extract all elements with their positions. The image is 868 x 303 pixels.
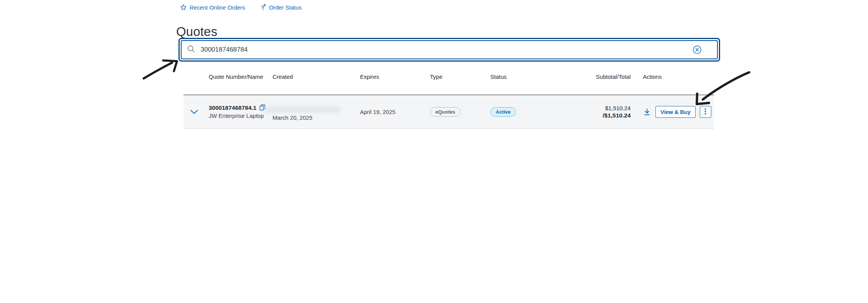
kebab-menu-icon — [704, 108, 706, 116]
total-value: /$1,510.24 — [562, 112, 631, 119]
quotes-table-header: Quote Number/Name Created Expires Type S… — [183, 71, 714, 94]
actions-cell: View & Buy — [631, 106, 714, 118]
top-nav: Recent Online Orders Order Status — [180, 4, 302, 11]
circle-x-icon — [693, 50, 702, 55]
created-date: March 20, 2025 — [273, 114, 360, 121]
quote-name: JW Enterprise Laptop — [209, 112, 273, 120]
col-subtotal-total: Subtotal/Total — [562, 73, 631, 81]
subtotal-cell: $1,510.24 /$1,510.24 — [562, 104, 631, 119]
star-icon — [180, 4, 187, 11]
col-status: Status — [490, 73, 562, 81]
clear-search-button[interactable] — [693, 45, 702, 54]
nav-recent-online-orders[interactable]: Recent Online Orders — [180, 4, 245, 11]
quote-search-field — [181, 40, 718, 59]
row-actions-menu-button[interactable] — [700, 106, 711, 118]
nav-order-status-label: Order Status — [269, 4, 302, 11]
hand-drawn-arrow-to-search — [144, 60, 177, 78]
col-type: Type — [430, 73, 490, 81]
status-cell: Active — [490, 107, 562, 117]
view-and-buy-button[interactable]: View & Buy — [655, 106, 696, 118]
quote-row: 3000187468784.1 JW Enterprise Laptop Ma — [183, 94, 714, 129]
nav-order-status[interactable]: Order Status — [260, 4, 302, 11]
col-created: Created — [273, 73, 360, 81]
quotes-table: Quote Number/Name Created Expires Type S… — [183, 71, 714, 129]
expand-row-button[interactable] — [188, 108, 200, 116]
col-quote-number-name: Quote Number/Name — [209, 73, 273, 81]
subtotal-value: $1,510.24 — [562, 104, 631, 112]
order-status-icon — [260, 4, 266, 11]
download-icon — [643, 112, 651, 117]
chevron-down-icon — [190, 110, 198, 116]
created-cell: March 20, 2025 — [273, 107, 360, 121]
expand-cell — [183, 108, 209, 116]
quote-cell: 3000187468784.1 JW Enterprise Laptop — [209, 104, 273, 120]
page-title: Quotes — [176, 24, 217, 39]
search-input[interactable] — [200, 46, 693, 54]
download-quote-button[interactable] — [643, 108, 651, 116]
quotes-page: Recent Online Orders Order Status Quotes — [0, 0, 868, 303]
type-badge: eQuotes — [430, 107, 461, 117]
expires-cell: April 19, 2025 — [360, 109, 430, 116]
col-expires: Expires — [360, 73, 430, 81]
type-cell: eQuotes — [430, 107, 490, 117]
redacted-text — [264, 107, 341, 113]
search-icon — [187, 45, 195, 55]
nav-recent-online-orders-label: Recent Online Orders — [190, 4, 245, 11]
expires-date: April 19, 2025 — [360, 109, 396, 115]
quote-number: 3000187468784.1 — [209, 104, 256, 111]
col-actions: Actions — [631, 73, 714, 81]
quote-search-box — [178, 38, 720, 62]
status-badge: Active — [490, 107, 516, 117]
